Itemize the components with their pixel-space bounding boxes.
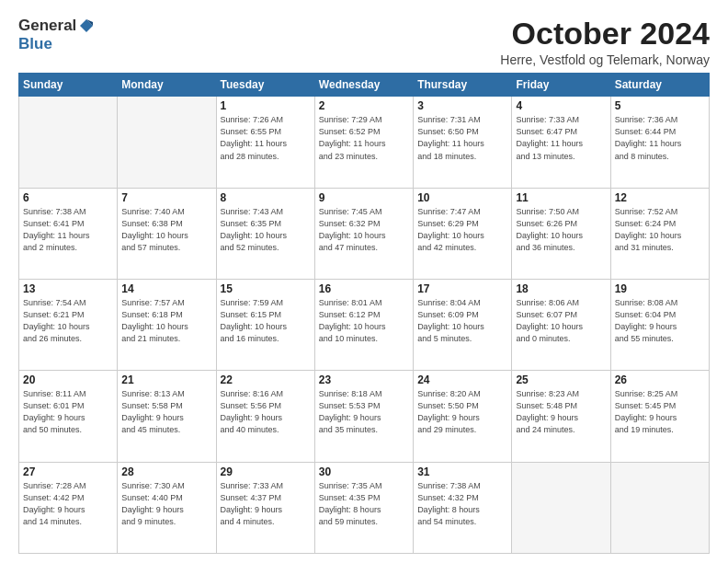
day-number: 29 xyxy=(221,465,311,478)
day-cell: 14Sunrise: 7:57 AM Sunset: 6:18 PM Dayli… xyxy=(118,280,216,371)
day-info: Sunrise: 8:13 AM Sunset: 5:58 PM Dayligh… xyxy=(121,388,211,436)
day-info: Sunrise: 7:59 AM Sunset: 6:15 PM Dayligh… xyxy=(221,297,311,345)
day-info: Sunrise: 7:38 AM Sunset: 6:41 PM Dayligh… xyxy=(23,206,113,254)
calendar-header-row: Sunday Monday Tuesday Wednesday Thursday… xyxy=(19,74,710,97)
day-cell: 28Sunrise: 7:30 AM Sunset: 4:40 PM Dayli… xyxy=(118,462,216,553)
day-info: Sunrise: 7:52 AM Sunset: 6:24 PM Dayligh… xyxy=(615,206,705,254)
day-number: 19 xyxy=(615,282,705,295)
day-info: Sunrise: 7:33 AM Sunset: 6:47 PM Dayligh… xyxy=(516,114,606,162)
day-number: 2 xyxy=(319,99,409,112)
day-number: 21 xyxy=(121,373,211,386)
day-number: 26 xyxy=(615,373,705,386)
day-cell: 9Sunrise: 7:45 AM Sunset: 6:32 PM Daylig… xyxy=(314,188,413,279)
day-cell: 13Sunrise: 7:54 AM Sunset: 6:21 PM Dayli… xyxy=(19,280,118,371)
week-row-3: 13Sunrise: 7:54 AM Sunset: 6:21 PM Dayli… xyxy=(19,280,710,371)
day-number: 23 xyxy=(319,373,409,386)
day-info: Sunrise: 7:45 AM Sunset: 6:32 PM Dayligh… xyxy=(319,206,409,254)
col-tuesday: Tuesday xyxy=(216,74,314,97)
day-cell xyxy=(512,462,610,553)
day-info: Sunrise: 7:33 AM Sunset: 4:37 PM Dayligh… xyxy=(221,480,311,528)
day-info: Sunrise: 7:35 AM Sunset: 4:35 PM Dayligh… xyxy=(319,480,409,528)
day-number: 17 xyxy=(417,282,507,295)
day-cell: 5Sunrise: 7:36 AM Sunset: 6:44 PM Daylig… xyxy=(610,97,709,188)
day-number: 3 xyxy=(417,99,507,112)
day-cell xyxy=(118,97,216,188)
day-info: Sunrise: 8:11 AM Sunset: 6:01 PM Dayligh… xyxy=(23,388,113,436)
day-cell: 27Sunrise: 7:28 AM Sunset: 4:42 PM Dayli… xyxy=(19,462,118,553)
logo-blue-text: Blue xyxy=(18,35,52,53)
day-info: Sunrise: 7:54 AM Sunset: 6:21 PM Dayligh… xyxy=(23,297,113,345)
day-number: 1 xyxy=(221,99,311,112)
day-cell xyxy=(610,462,709,553)
day-cell: 20Sunrise: 8:11 AM Sunset: 6:01 PM Dayli… xyxy=(19,371,118,462)
location: Herre, Vestfold og Telemark, Norway xyxy=(500,52,710,67)
day-cell: 11Sunrise: 7:50 AM Sunset: 6:26 PM Dayli… xyxy=(512,188,610,279)
week-row-2: 6Sunrise: 7:38 AM Sunset: 6:41 PM Daylig… xyxy=(19,188,710,279)
day-cell: 7Sunrise: 7:40 AM Sunset: 6:38 PM Daylig… xyxy=(118,188,216,279)
day-info: Sunrise: 8:08 AM Sunset: 6:04 PM Dayligh… xyxy=(615,297,705,345)
day-info: Sunrise: 8:16 AM Sunset: 5:56 PM Dayligh… xyxy=(221,388,311,436)
day-cell: 18Sunrise: 8:06 AM Sunset: 6:07 PM Dayli… xyxy=(512,280,610,371)
col-friday: Friday xyxy=(512,74,610,97)
day-cell: 19Sunrise: 8:08 AM Sunset: 6:04 PM Dayli… xyxy=(610,280,709,371)
day-info: Sunrise: 8:23 AM Sunset: 5:48 PM Dayligh… xyxy=(516,388,606,436)
day-info: Sunrise: 7:36 AM Sunset: 6:44 PM Dayligh… xyxy=(615,114,705,162)
day-cell: 17Sunrise: 8:04 AM Sunset: 6:09 PM Dayli… xyxy=(414,280,512,371)
day-number: 11 xyxy=(516,191,606,204)
day-number: 20 xyxy=(23,373,113,386)
day-info: Sunrise: 7:28 AM Sunset: 4:42 PM Dayligh… xyxy=(23,480,113,528)
day-number: 30 xyxy=(319,465,409,478)
day-info: Sunrise: 7:50 AM Sunset: 6:26 PM Dayligh… xyxy=(516,206,606,254)
col-thursday: Thursday xyxy=(414,74,512,97)
day-number: 8 xyxy=(221,191,311,204)
day-cell: 30Sunrise: 7:35 AM Sunset: 4:35 PM Dayli… xyxy=(314,462,413,553)
day-number: 22 xyxy=(221,373,311,386)
day-cell: 6Sunrise: 7:38 AM Sunset: 6:41 PM Daylig… xyxy=(19,188,118,279)
day-cell: 3Sunrise: 7:31 AM Sunset: 6:50 PM Daylig… xyxy=(414,97,512,188)
col-saturday: Saturday xyxy=(610,74,709,97)
day-number: 4 xyxy=(516,99,606,112)
day-number: 25 xyxy=(516,373,606,386)
day-number: 13 xyxy=(23,282,113,295)
title-block: October 2024 Herre, Vestfold og Telemark… xyxy=(500,17,710,67)
day-cell: 22Sunrise: 8:16 AM Sunset: 5:56 PM Dayli… xyxy=(216,371,314,462)
day-number: 10 xyxy=(417,191,507,204)
calendar-page: General Blue October 2024 Herre, Vestfol… xyxy=(0,0,728,563)
month-title: October 2024 xyxy=(500,17,710,51)
day-cell: 29Sunrise: 7:33 AM Sunset: 4:37 PM Dayli… xyxy=(216,462,314,553)
day-cell: 4Sunrise: 7:33 AM Sunset: 6:47 PM Daylig… xyxy=(512,97,610,188)
day-cell: 26Sunrise: 8:25 AM Sunset: 5:45 PM Dayli… xyxy=(610,371,709,462)
day-info: Sunrise: 7:40 AM Sunset: 6:38 PM Dayligh… xyxy=(121,206,211,254)
svg-marker-0 xyxy=(80,19,93,32)
day-cell: 23Sunrise: 8:18 AM Sunset: 5:53 PM Dayli… xyxy=(314,371,413,462)
calendar-table: Sunday Monday Tuesday Wednesday Thursday… xyxy=(18,73,710,554)
day-number: 7 xyxy=(121,191,211,204)
day-info: Sunrise: 8:04 AM Sunset: 6:09 PM Dayligh… xyxy=(417,297,507,345)
day-info: Sunrise: 7:57 AM Sunset: 6:18 PM Dayligh… xyxy=(121,297,211,345)
day-number: 31 xyxy=(417,465,507,478)
day-cell: 12Sunrise: 7:52 AM Sunset: 6:24 PM Dayli… xyxy=(610,188,709,279)
day-cell: 1Sunrise: 7:26 AM Sunset: 6:55 PM Daylig… xyxy=(216,97,314,188)
day-info: Sunrise: 7:26 AM Sunset: 6:55 PM Dayligh… xyxy=(221,114,311,162)
logo-icon xyxy=(78,17,95,34)
day-info: Sunrise: 8:20 AM Sunset: 5:50 PM Dayligh… xyxy=(417,388,507,436)
day-number: 5 xyxy=(615,99,705,112)
day-number: 16 xyxy=(319,282,409,295)
day-number: 6 xyxy=(23,191,113,204)
week-row-5: 27Sunrise: 7:28 AM Sunset: 4:42 PM Dayli… xyxy=(19,462,710,553)
day-cell: 31Sunrise: 7:38 AM Sunset: 4:32 PM Dayli… xyxy=(414,462,512,553)
col-wednesday: Wednesday xyxy=(314,74,413,97)
day-info: Sunrise: 8:18 AM Sunset: 5:53 PM Dayligh… xyxy=(319,388,409,436)
day-number: 28 xyxy=(121,465,211,478)
day-number: 9 xyxy=(319,191,409,204)
day-cell: 10Sunrise: 7:47 AM Sunset: 6:29 PM Dayli… xyxy=(414,188,512,279)
day-info: Sunrise: 8:06 AM Sunset: 6:07 PM Dayligh… xyxy=(516,297,606,345)
logo-general-text: General xyxy=(18,17,76,35)
day-info: Sunrise: 8:25 AM Sunset: 5:45 PM Dayligh… xyxy=(615,388,705,436)
day-number: 14 xyxy=(121,282,211,295)
day-cell xyxy=(19,97,118,188)
day-cell: 24Sunrise: 8:20 AM Sunset: 5:50 PM Dayli… xyxy=(414,371,512,462)
day-number: 12 xyxy=(615,191,705,204)
day-info: Sunrise: 7:30 AM Sunset: 4:40 PM Dayligh… xyxy=(121,480,211,528)
day-cell: 2Sunrise: 7:29 AM Sunset: 6:52 PM Daylig… xyxy=(314,97,413,188)
